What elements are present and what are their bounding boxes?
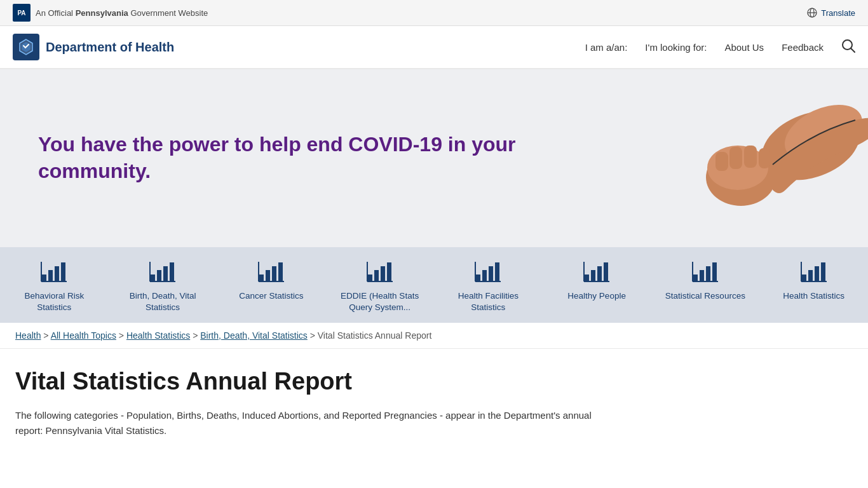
quick-link-behavioral-risk[interactable]: Behavioral Risk Statistics	[3, 257, 105, 313]
breadcrumb-sep4: >	[310, 330, 318, 341]
breadcrumb-health-stats[interactable]: Health Statistics	[126, 330, 190, 341]
birth-death-icon	[147, 257, 178, 285]
site-title: Department of Health	[46, 40, 174, 55]
svg-rect-16	[61, 262, 65, 281]
breadcrumb-sep2: >	[119, 330, 126, 341]
behavioral-risk-icon	[39, 257, 69, 285]
eddie-icon	[365, 257, 395, 285]
quick-link-healthy-people[interactable]: Healthy People	[546, 257, 648, 302]
search-button[interactable]	[841, 39, 855, 56]
cancer-label: Cancer Statistics	[239, 290, 303, 302]
translate-button[interactable]: Translate	[807, 8, 855, 18]
svg-rect-49	[693, 274, 698, 281]
svg-rect-56	[808, 270, 813, 281]
health-statistics-icon	[799, 257, 829, 285]
page-intro: The following categories - Population, B…	[15, 408, 595, 438]
quick-link-cancer[interactable]: Cancer Statistics	[220, 257, 322, 302]
svg-rect-19	[151, 274, 155, 281]
svg-rect-13	[42, 274, 46, 281]
svg-rect-34	[387, 262, 391, 281]
gov-bar-left: PA An Official Pennsylvania Government W…	[13, 4, 208, 22]
svg-rect-51	[706, 266, 710, 281]
breadcrumb-all-topics[interactable]: All Health Topics	[51, 330, 116, 341]
breadcrumb-current: Vital Statistics Annual Report	[318, 330, 432, 341]
svg-rect-27	[272, 266, 276, 281]
svg-rect-9	[715, 152, 728, 171]
nav-about[interactable]: About Us	[724, 42, 764, 53]
quick-link-statistical-resources[interactable]: Statistical Resources	[654, 257, 756, 302]
nav-looking[interactable]: I'm looking for:	[645, 42, 707, 53]
hero-illustration	[690, 69, 868, 247]
svg-rect-58	[821, 262, 825, 281]
svg-rect-45	[597, 266, 602, 281]
site-nav: I am a/an: I'm looking for: About Us Fee…	[585, 39, 855, 56]
nav-iam[interactable]: I am a/an:	[585, 42, 628, 53]
hero-content: You have the power to help end COVID-19 …	[0, 106, 651, 210]
healthy-people-icon	[581, 257, 612, 285]
svg-rect-11	[744, 146, 757, 168]
quick-link-health-facilities[interactable]: Health Facilities Statistics	[437, 257, 539, 313]
site-logo[interactable]: Department of Health	[13, 34, 174, 60]
pa-seal: PA	[13, 4, 31, 22]
site-header: Department of Health I am a/an: I'm look…	[0, 26, 868, 69]
logo-icon	[13, 34, 39, 60]
statistical-resources-icon	[690, 257, 721, 285]
main-content: Vital Statistics Annual Report The follo…	[0, 349, 610, 464]
svg-rect-33	[381, 266, 385, 281]
quick-link-birth-death[interactable]: Birth, Death, Vital Statistics	[112, 257, 214, 313]
behavioral-risk-label: Behavioral Risk Statistics	[10, 290, 98, 313]
svg-rect-15	[55, 266, 59, 281]
birth-death-label: Birth, Death, Vital Statistics	[118, 290, 207, 313]
breadcrumb-sep3: >	[193, 330, 200, 341]
health-statistics-label: Health Statistics	[783, 290, 844, 302]
svg-rect-28	[278, 262, 283, 281]
healthy-people-label: Healthy People	[567, 290, 626, 302]
svg-line-4	[851, 48, 855, 52]
svg-rect-26	[266, 270, 270, 281]
translate-label: Translate	[821, 8, 855, 18]
svg-point-3	[843, 40, 852, 50]
svg-rect-39	[489, 266, 493, 281]
svg-rect-14	[48, 270, 53, 281]
gov-bar: PA An Official Pennsylvania Government W…	[0, 0, 868, 26]
health-facilities-icon	[473, 257, 503, 285]
page-title: Vital Statistics Annual Report	[15, 368, 595, 395]
breadcrumb: Health > All Health Topics > Health Stat…	[0, 323, 868, 349]
svg-rect-50	[700, 270, 704, 281]
svg-rect-37	[476, 274, 480, 281]
svg-rect-46	[604, 262, 608, 281]
breadcrumb-birth-death[interactable]: Birth, Death, Vital Statistics	[200, 330, 308, 341]
svg-rect-52	[712, 262, 717, 281]
quick-link-eddie[interactable]: EDDIE (Health Stats Query System...	[329, 257, 431, 313]
statistical-resources-label: Statistical Resources	[665, 290, 745, 302]
svg-rect-31	[368, 274, 372, 281]
svg-rect-44	[591, 270, 595, 281]
svg-rect-22	[170, 262, 174, 281]
cancer-icon	[256, 257, 287, 285]
svg-rect-25	[259, 274, 264, 281]
svg-rect-38	[482, 270, 487, 281]
svg-rect-43	[585, 274, 589, 281]
quick-links-bar: Behavioral Risk Statistics Birth, Death,…	[0, 247, 868, 323]
breadcrumb-sep1: >	[43, 330, 50, 341]
quick-link-health-statistics[interactable]: Health Statistics	[763, 257, 865, 302]
svg-rect-40	[495, 262, 499, 281]
health-facilities-label: Health Facilities Statistics	[444, 290, 532, 313]
hero-headline: You have the power to help end COVID-19 …	[38, 132, 613, 184]
svg-rect-57	[815, 266, 819, 281]
svg-rect-20	[157, 270, 161, 281]
eddie-label: EDDIE (Health Stats Query System...	[336, 290, 424, 313]
official-text: An Official Pennsylvania Government Webs…	[36, 8, 208, 18]
svg-rect-12	[759, 148, 770, 168]
svg-rect-55	[802, 274, 806, 281]
svg-rect-10	[729, 147, 742, 169]
svg-rect-21	[163, 266, 168, 281]
breadcrumb-health[interactable]: Health	[15, 330, 41, 341]
nav-feedback[interactable]: Feedback	[782, 42, 824, 53]
svg-rect-32	[374, 270, 379, 281]
hero-section: You have the power to help end COVID-19 …	[0, 69, 868, 247]
